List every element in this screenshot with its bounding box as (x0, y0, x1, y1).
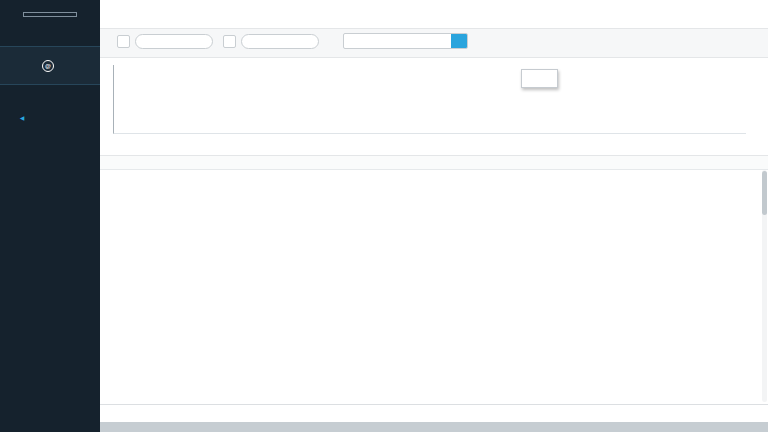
vertical-scrollbar[interactable] (762, 170, 767, 402)
summary-table (100, 155, 768, 404)
chart-plot-area (113, 65, 746, 134)
back-arrow-icon: ◀ (20, 115, 24, 121)
to-calendar-button[interactable] (223, 35, 236, 48)
tooltip-series-swatch (529, 78, 534, 83)
sidebar: @ ◀ (0, 0, 100, 432)
from-date-input[interactable] (135, 34, 213, 49)
to-date-input[interactable] (241, 34, 319, 49)
scrollbar-thumb[interactable] (762, 171, 767, 215)
chart-bars (115, 65, 746, 133)
horizontal-scrollbar[interactable] (100, 422, 768, 432)
from-calendar-button[interactable] (117, 35, 130, 48)
select-chevron-button[interactable] (451, 34, 467, 48)
back-to-overview-link[interactable]: ◀ (20, 113, 100, 122)
sophos-logo (0, 0, 100, 20)
filter-bar (100, 28, 768, 58)
email-gateway-icon: @ (42, 60, 54, 72)
product-band: @ (0, 46, 100, 85)
table-footer (100, 404, 768, 422)
message-chart (100, 58, 768, 155)
page-header (100, 0, 768, 28)
direction-select[interactable] (343, 33, 468, 49)
table-header-row (100, 156, 768, 170)
chart-tooltip (521, 69, 558, 88)
main-content (100, 0, 768, 432)
sophos-central-badge (23, 12, 77, 17)
